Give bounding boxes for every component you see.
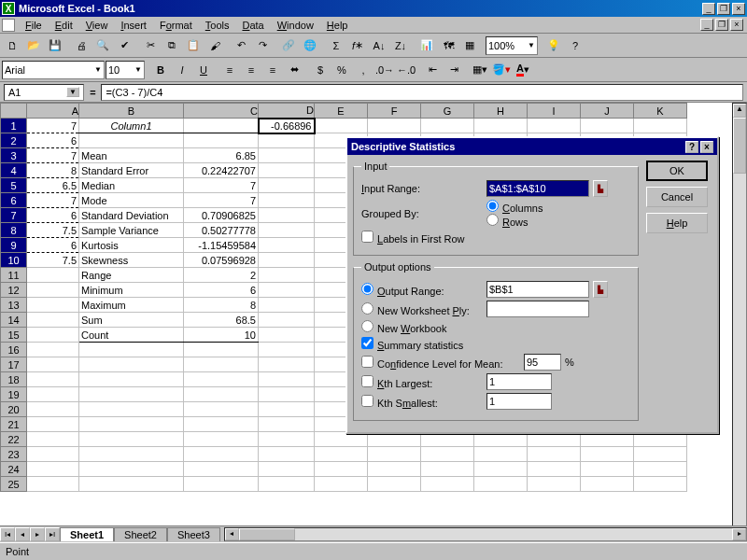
cell-A8[interactable]: 7.5	[27, 223, 79, 238]
zoom-combo[interactable]: 100%▼	[486, 36, 538, 55]
percent-icon[interactable]: %	[331, 60, 352, 79]
row-header-11[interactable]: 11	[1, 268, 27, 283]
cell-A7[interactable]: 6	[27, 208, 79, 223]
cell-D7[interactable]	[259, 208, 315, 223]
cell-A9[interactable]: 6	[27, 238, 79, 253]
cell-B17[interactable]	[79, 357, 184, 372]
col-header-I[interactable]: I	[528, 104, 581, 119]
cell-J1[interactable]	[581, 119, 634, 133]
cell-C15[interactable]: 10	[184, 328, 259, 343]
scroll-thumb[interactable]	[239, 528, 295, 540]
cell-B12[interactable]: Minimum	[79, 283, 184, 298]
cell-C24[interactable]	[184, 462, 259, 477]
cell-J24[interactable]	[581, 462, 634, 477]
cell-H25[interactable]	[474, 477, 528, 492]
cell-A11[interactable]	[27, 268, 79, 283]
fill-color-icon[interactable]: 🪣▾	[491, 60, 512, 79]
cell-B16[interactable]	[79, 343, 184, 357]
col-header-H[interactable]: H	[474, 104, 528, 119]
cell-D1[interactable]: -0.66896	[259, 119, 315, 133]
cell-D24[interactable]	[259, 462, 315, 477]
chevron-down-icon[interactable]: ▼	[528, 41, 535, 49]
cell-D13[interactable]	[259, 298, 315, 313]
cell-H24[interactable]	[474, 462, 528, 477]
cell-B9[interactable]: Kurtosis	[79, 238, 184, 253]
map-icon[interactable]: 🗺	[438, 35, 458, 55]
align-left-icon[interactable]: ≡	[219, 60, 240, 79]
cell-I23[interactable]	[528, 447, 581, 462]
web-toolbar-icon[interactable]: 🌐	[300, 35, 320, 55]
increase-decimal-icon[interactable]: .0→	[374, 60, 395, 79]
cell-B11[interactable]: Range	[79, 268, 184, 283]
cell-B25[interactable]	[79, 477, 184, 492]
cell-C14[interactable]: 68.5	[184, 313, 259, 328]
menu-data[interactable]: Data	[235, 19, 270, 32]
chevron-down-icon[interactable]: ▼	[94, 65, 102, 74]
cell-B22[interactable]	[79, 432, 184, 447]
comma-icon[interactable]: ,	[353, 60, 374, 79]
font-size-combo[interactable]: 10▼	[106, 61, 145, 79]
cell-A3[interactable]: 7	[27, 148, 79, 163]
doc-minimize-button[interactable]: _	[700, 19, 713, 31]
print-icon[interactable]: 🖨	[71, 35, 92, 55]
row-header-8[interactable]: 8	[1, 223, 27, 238]
cell-C12[interactable]: 6	[184, 283, 259, 298]
row-header-3[interactable]: 3	[1, 148, 27, 163]
cell-E1[interactable]	[315, 119, 368, 133]
menu-format[interactable]: Format	[153, 19, 199, 32]
menu-edit[interactable]: Edit	[49, 19, 79, 32]
cell-C18[interactable]	[184, 372, 259, 387]
borders-icon[interactable]: ▦▾	[470, 60, 490, 79]
cell-B7[interactable]: Standard Deviation	[79, 208, 184, 223]
row-header-20[interactable]: 20	[1, 402, 27, 417]
row-header-9[interactable]: 9	[1, 238, 27, 253]
undo-icon[interactable]: ↶	[231, 35, 251, 55]
cell-A10[interactable]: 7.5	[27, 253, 79, 268]
cell-F24[interactable]	[368, 462, 421, 477]
cell-K23[interactable]	[634, 447, 687, 462]
ok-button[interactable]: OK	[646, 161, 708, 181]
align-right-icon[interactable]: ≡	[262, 60, 283, 79]
cell-B24[interactable]	[79, 462, 184, 477]
cell-A15[interactable]	[27, 328, 79, 343]
cell-A22[interactable]	[27, 432, 79, 447]
decrease-decimal-icon[interactable]: ←.0	[396, 60, 416, 79]
col-header-K[interactable]: K	[634, 104, 687, 119]
row-header-13[interactable]: 13	[1, 298, 27, 313]
redo-icon[interactable]: ↷	[252, 35, 273, 55]
sheet-tab-2[interactable]: Sheet2	[114, 527, 167, 541]
scroll-thumb[interactable]	[733, 118, 746, 174]
cell-D9[interactable]	[259, 238, 315, 253]
cell-A5[interactable]: 6.5	[27, 178, 79, 193]
cell-A21[interactable]	[27, 417, 79, 432]
cell-C22[interactable]	[184, 432, 259, 447]
cell-C3[interactable]: 6.85	[184, 148, 259, 163]
pivot-icon[interactable]: ▦	[459, 35, 480, 55]
cell-F23[interactable]	[368, 447, 421, 462]
cell-A19[interactable]	[27, 387, 79, 402]
underline-icon[interactable]: U	[193, 60, 214, 79]
col-header-C[interactable]: C	[184, 104, 259, 119]
currency-icon[interactable]: $	[310, 60, 331, 79]
cell-B21[interactable]	[79, 417, 184, 432]
cell-D3[interactable]	[259, 148, 315, 163]
format-painter-icon[interactable]: 🖌	[204, 35, 225, 55]
row-header-4[interactable]: 4	[1, 163, 27, 178]
row-header-12[interactable]: 12	[1, 283, 27, 298]
cell-B20[interactable]	[79, 402, 184, 417]
dialog-title-bar[interactable]: Descriptive Statistics ? ×	[347, 138, 717, 155]
formula-input[interactable]: =(C3 - 7)/C4	[101, 84, 743, 101]
cell-D6[interactable]	[259, 193, 315, 208]
cell-C11[interactable]: 2	[184, 268, 259, 283]
open-icon[interactable]: 📂	[23, 35, 44, 55]
new-worksheet-field[interactable]	[486, 301, 589, 317]
cell-H1[interactable]	[474, 119, 528, 133]
sort-asc-icon[interactable]: A↓	[369, 35, 389, 55]
range-select-icon[interactable]: ▙	[593, 180, 608, 197]
cell-C19[interactable]	[184, 387, 259, 402]
cell-B3[interactable]: Mean	[79, 148, 184, 163]
cell-A25[interactable]	[27, 477, 79, 492]
menu-file[interactable]: File	[19, 19, 49, 32]
cell-C2[interactable]	[184, 133, 259, 148]
cell-D21[interactable]	[259, 417, 315, 432]
